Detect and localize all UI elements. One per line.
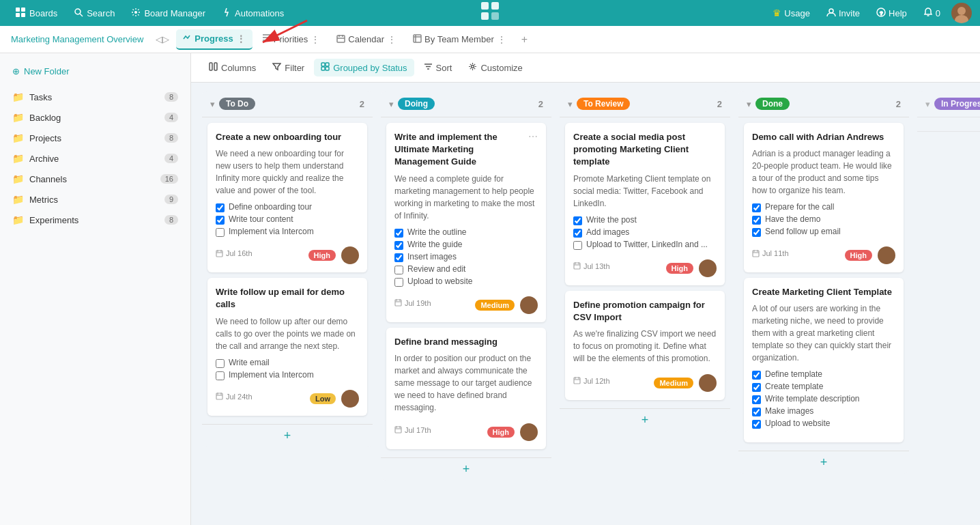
check-label: Upload to website [407,276,472,286]
checkbox[interactable] [394,229,403,238]
nav-board-manager[interactable]: Board Manager [124,4,212,23]
svg-rect-23 [326,63,329,66]
nav-invite[interactable]: Invite [821,5,865,22]
checkbox[interactable] [394,278,403,287]
sidebar-item-metrics[interactable]: 📁 Metrics 9 [5,189,185,210]
column-chevron-todo[interactable]: ▾ [210,99,215,109]
add-card-button-review[interactable]: + [560,408,730,431]
nav-boards[interactable]: Boards [8,3,64,23]
sidebar-item-backlog[interactable]: 📁 Backlog 4 [5,107,185,128]
checkbox[interactable] [752,395,761,404]
add-card-button-done[interactable]: + [738,451,909,474]
sidebar-item-archive[interactable]: 📁 Archive 4 [5,148,185,169]
check-label: Implement via Intercom [229,227,314,236]
sidebar-item-badge: 8 [164,133,178,143]
check-label: Write email [229,358,270,367]
nav-search[interactable]: Search [67,4,121,23]
check-label: Send follow up email [765,227,841,236]
checkbox[interactable] [394,266,403,274]
tab-progress[interactable]: Progress ⋮ [176,29,252,50]
card-menu-button[interactable]: ⋯ [528,131,538,142]
nav-automations[interactable]: Automations [215,4,291,23]
tab-priorities[interactable]: Priorities ⋮ [255,30,328,49]
tab-team-member[interactable]: By Team Member ⋮ [406,30,513,49]
check-label: Add images [586,227,629,237]
card-header-row: Demo call with Adrian Andrews [752,131,895,147]
column-status-badge-review: To Review [577,98,630,110]
card-review-0[interactable]: Create a social media post promoting Mar… [565,123,725,285]
tab-calendar[interactable]: Calendar ⋮ [330,30,403,49]
checkbox[interactable] [394,241,403,250]
collapse-sidebar-button[interactable]: ◁▷ [152,32,173,46]
column-status-badge-inprogress: In Progress [934,98,980,110]
checkbox[interactable] [216,203,225,212]
sidebar-item-tasks[interactable]: 📁 Tasks 8 [5,87,185,107]
checkbox[interactable] [216,359,225,368]
card-todo-1[interactable]: Write follow up email for demo calls We … [207,278,367,415]
sidebar-item-badge: 8 [164,215,178,225]
add-tab-button[interactable]: + [516,31,533,48]
priorities-tab-menu[interactable]: ⋮ [311,34,320,45]
sidebar-item-experiments[interactable]: 📁 Experiments 8 [5,210,185,230]
card-date: Jul 16th [216,249,253,257]
priority-badge: Medium [475,300,515,311]
checkbox[interactable] [394,253,403,262]
checkbox[interactable] [216,228,225,237]
column-chevron-done[interactable]: ▾ [747,99,751,109]
customize-button[interactable]: Customize [461,59,529,76]
filter-button[interactable]: Filter [265,59,311,76]
nav-usage[interactable]: ♛ Usage [767,5,816,21]
card-avatar [341,390,359,408]
checkbox[interactable] [573,229,582,238]
sort-button[interactable]: Sort [417,59,459,76]
checkbox[interactable] [752,371,761,380]
card-done-0[interactable]: Demo call with Adrian Andrews Adrian is … [744,123,904,272]
check-item: Add images [573,227,717,238]
svg-rect-38 [395,300,401,306]
checkbox[interactable] [752,420,761,429]
columns-button[interactable]: Columns [202,59,263,76]
checkbox[interactable] [752,228,761,237]
card-title: Demo call with Adrian Andrews [752,131,884,143]
team-tab-menu[interactable]: ⋮ [497,34,506,45]
checkbox[interactable] [573,216,582,225]
calendar-tab-menu[interactable]: ⋮ [387,34,397,45]
card-header-row: Create Marketing Client Template [752,286,895,302]
column-header-done: ▾ Done 2 [738,91,909,117]
checkbox[interactable] [752,408,761,416]
nav-search-label: Search [87,8,115,18]
column-inprogress: ▾ In Progress + [917,91,980,154]
person-icon [826,8,836,19]
add-card-button-inprogress[interactable]: + [917,131,980,154]
checkbox[interactable] [216,216,225,225]
card-bottom: Medium [475,296,538,314]
nav-help[interactable]: ? Help [871,5,912,22]
customize-icon [468,62,477,73]
progress-tab-menu[interactable]: ⋮ [236,33,246,44]
column-chevron-review[interactable]: ▾ [568,99,573,109]
nav-notifications[interactable]: 0 [918,5,946,22]
column-chevron-inprogress[interactable]: ▾ [925,99,930,109]
card-todo-0[interactable]: Create a new onboarding tour We need a n… [207,123,367,272]
sidebar-item-channels[interactable]: 📁 Channels 16 [5,169,185,189]
card-desc: Adrian is a product manager leading a 20… [752,147,895,197]
grouped-by-status-button[interactable]: Grouped by Status [314,59,414,76]
checkbox[interactable] [752,216,761,225]
checkbox[interactable] [216,371,225,380]
checkbox[interactable] [573,241,582,250]
card-review-1[interactable]: Define promotion campaign for CSV Import… [565,291,725,400]
sidebar-item-badge: 4 [164,154,178,163]
new-folder-button[interactable]: ⊕ New Folder [5,61,185,81]
sidebar-item-projects[interactable]: 📁 Projects 8 [5,128,185,148]
add-card-button-doing[interactable]: + [381,457,551,481]
avatar[interactable] [951,3,972,23]
checkbox[interactable] [752,383,761,392]
checkbox[interactable] [752,203,761,212]
card-doing-0[interactable]: Write and implement the Ultimate Marketi… [386,123,546,322]
card-doing-1[interactable]: Define brand messaging In order to posit… [386,328,546,449]
card-footer: Jul 16th High [216,242,359,264]
svg-rect-30 [216,251,222,257]
card-done-1[interactable]: Create Marketing Client Template A lot o… [744,278,904,442]
add-card-button-todo[interactable]: + [202,424,373,447]
column-chevron-doing[interactable]: ▾ [389,99,394,109]
